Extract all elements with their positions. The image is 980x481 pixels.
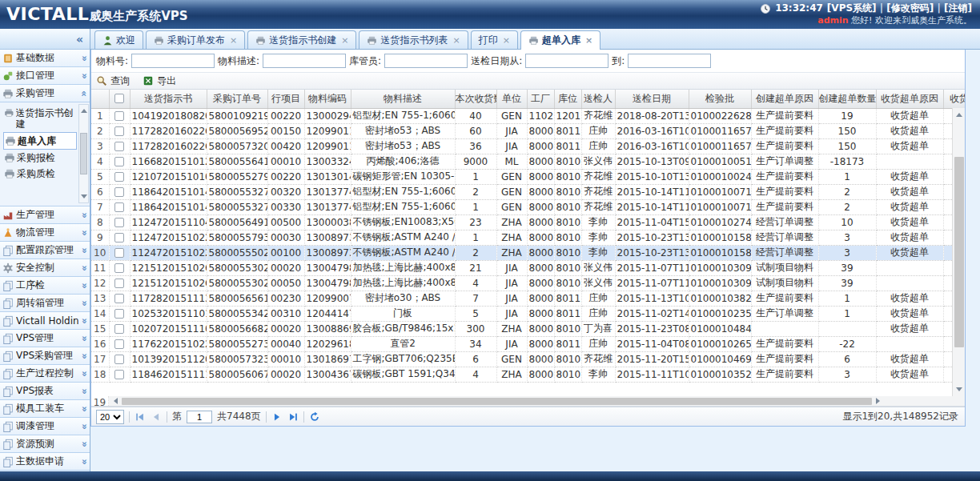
row-checkbox[interactable] — [114, 111, 124, 121]
sidebar-group[interactable]: VPS报表« — [0, 383, 90, 400]
checkbox-cell[interactable] — [109, 108, 130, 123]
sidebar-group[interactable]: 基础数据« — [0, 50, 90, 67]
prev-page-button[interactable] — [151, 411, 162, 423]
column-header[interactable]: 物料描述 — [351, 90, 455, 108]
table-row[interactable]: 151020720151110058000566820002013008869胶… — [91, 321, 965, 336]
sidebar-group[interactable]: 物流管理« — [0, 224, 90, 242]
tab-送货指示书列表[interactable]: 送货指示书列表× — [359, 30, 468, 49]
column-header[interactable]: 送检人 — [581, 90, 615, 108]
table-row[interactable]: 181184620151111058000560670002013004367碳… — [91, 367, 965, 382]
row-checkbox[interactable] — [114, 309, 124, 319]
checkbox-cell[interactable] — [109, 367, 130, 382]
checkbox-cell[interactable] — [109, 291, 130, 306]
row-checkbox[interactable] — [114, 324, 124, 334]
sidebar-group[interactable]: 工序检« — [0, 277, 90, 295]
column-header[interactable]: 创建超单原因 — [751, 90, 818, 108]
row-checkbox[interactable] — [114, 218, 124, 227]
table-row[interactable]: 81124720151104058000564910050013000038不锈… — [91, 214, 965, 230]
scroll-left-icon[interactable] — [110, 398, 118, 404]
table-row[interactable]: 91124720151022058000557930003013008973不锈… — [91, 230, 965, 245]
table-row[interactable]: 61186420151014058000553270032013013774铝型… — [91, 184, 965, 199]
filter-input[interactable] — [384, 54, 468, 68]
refresh-button[interactable] — [309, 411, 320, 423]
select-all-checkbox[interactable] — [114, 94, 124, 103]
checkbox-cell[interactable] — [109, 260, 130, 275]
column-header[interactable]: 本次收货数 — [455, 90, 496, 108]
sidebar-group[interactable]: 调漆管理« — [0, 418, 90, 435]
submenu-scrollbar-thumb[interactable] — [80, 133, 87, 174]
row-checkbox[interactable] — [114, 202, 124, 212]
export-button[interactable]: 导出 — [143, 74, 176, 88]
tab-送货指示书创建[interactable]: 送货指示书创建× — [247, 30, 356, 49]
column-header[interactable]: 送检日期 — [615, 90, 689, 108]
table-row[interactable]: 101124720151022058000555020010013008973不… — [91, 245, 965, 260]
sidebar-group[interactable]: 生产过程控制« — [0, 365, 90, 383]
page-number-input[interactable] — [187, 411, 212, 423]
table-row[interactable]: 41166820151012058000556410001013003324丙烯… — [91, 154, 965, 169]
sidebar-item[interactable]: 采购报检 — [3, 150, 77, 166]
table-row[interactable]: 111215120151026058000553020002013004798加… — [91, 260, 965, 275]
table-row[interactable]: 171013920151120058000573230001013018697工… — [91, 351, 965, 367]
scroll-up-icon[interactable] — [956, 110, 962, 117]
next-page-button[interactable] — [271, 411, 283, 423]
sidebar-item[interactable]: 采购质检 — [3, 166, 77, 182]
table-row[interactable]: 11041920180820058001092190022013000294铝型… — [91, 108, 965, 123]
sidebar-group[interactable]: 接口管理« — [0, 67, 90, 85]
row-checkbox[interactable] — [114, 248, 124, 258]
column-header[interactable]: 创建超单数量 — [818, 90, 876, 108]
filter-input[interactable] — [263, 54, 346, 68]
sidebar-group[interactable]: 采购管理« — [0, 85, 90, 102]
row-checkbox[interactable] — [114, 294, 124, 303]
tab-采购订单发布[interactable]: 采购订单发布× — [146, 30, 245, 49]
table-row[interactable]: 21172820160226058000569520015012099011密封… — [91, 123, 965, 138]
query-button[interactable]: 查询 — [96, 74, 130, 88]
scroll-right-icon[interactable] — [876, 398, 883, 404]
checkbox-cell[interactable] — [109, 169, 130, 184]
checkbox-cell[interactable] — [109, 214, 130, 230]
checkbox-cell[interactable] — [109, 336, 130, 351]
checkbox-cell[interactable] — [109, 351, 130, 367]
row-checkbox[interactable] — [114, 370, 124, 379]
column-header[interactable]: 单位 — [496, 90, 527, 108]
table-row[interactable]: 141025320151101158000553420031012044147门… — [91, 306, 965, 321]
column-header[interactable]: 行项目 — [267, 90, 304, 108]
vertical-scrollbar-thumb[interactable] — [954, 157, 964, 347]
column-header[interactable]: 物料编码 — [304, 90, 351, 108]
filter-input[interactable] — [131, 54, 215, 68]
sidebar-group[interactable]: 安全控制« — [0, 259, 90, 277]
header-link[interactable]: [修改密码] — [886, 2, 934, 14]
page-size-select[interactable]: 20 — [96, 410, 124, 424]
row-checkbox[interactable] — [114, 279, 124, 288]
horizontal-scrollbar[interactable] — [109, 396, 965, 406]
column-header[interactable]: 库位 — [554, 90, 581, 108]
tab-欢迎[interactable]: 欢迎 — [94, 30, 143, 49]
sidebar-group[interactable]: 主数据申请« — [0, 453, 90, 471]
table-row[interactable]: 51210720151010058000552790022013013014碳钢… — [91, 169, 965, 184]
tab-超单入库[interactable]: 超单入库× — [520, 30, 600, 50]
table-row[interactable]: 31172820160226058000573200042012099011密封… — [91, 138, 965, 154]
close-icon[interactable]: × — [452, 35, 460, 46]
select-all-header[interactable] — [109, 90, 130, 108]
column-header[interactable] — [91, 90, 109, 108]
close-icon[interactable]: × — [341, 35, 348, 46]
column-header[interactable]: 采购订单号 — [207, 90, 267, 108]
column-header[interactable]: 工厂 — [527, 90, 554, 108]
scroll-up-icon[interactable] — [81, 106, 87, 113]
sidebar-group[interactable]: 模具工装车« — [0, 400, 90, 418]
checkbox-cell[interactable] — [109, 275, 130, 291]
sidebar-item[interactable]: 送货指示书创建 — [3, 105, 77, 132]
close-icon[interactable]: × — [503, 35, 510, 46]
table-row[interactable]: 161176220151022058000552730004012029618直… — [91, 336, 965, 351]
sidebar-group[interactable]: VPS采购管理« — [0, 347, 90, 365]
sidebar-group[interactable]: 配置跟踪管理« — [0, 242, 90, 259]
close-icon[interactable]: × — [230, 35, 237, 46]
checkbox-cell[interactable] — [109, 199, 130, 214]
row-checkbox[interactable] — [114, 187, 124, 197]
sidebar-item[interactable]: 超单入库 — [3, 132, 77, 150]
checkbox-cell[interactable] — [109, 138, 130, 154]
filter-input[interactable] — [525, 54, 608, 68]
row-checkbox[interactable] — [114, 142, 124, 151]
column-header[interactable]: 送货指示书 — [130, 90, 207, 108]
tab-打印[interactable]: 打印× — [471, 30, 518, 49]
sidebar-group[interactable]: 生产管理« — [0, 206, 90, 224]
